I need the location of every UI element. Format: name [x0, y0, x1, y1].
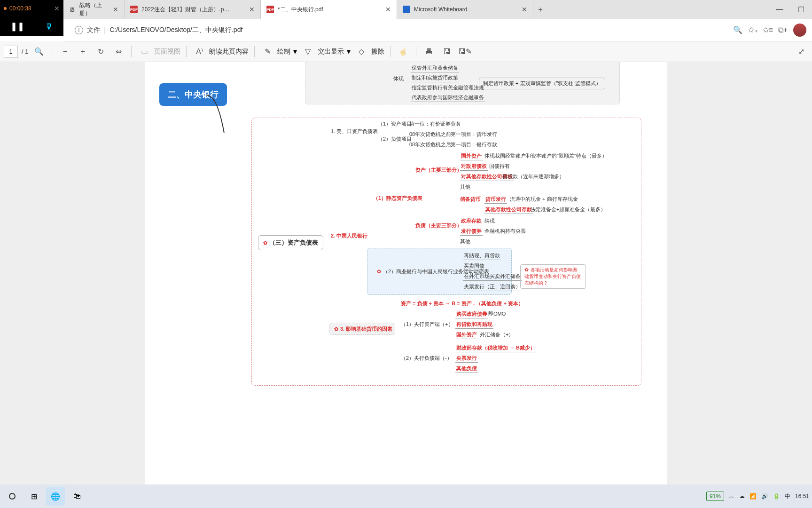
erase-button[interactable]: ◇ 擦除: [354, 45, 384, 59]
chevron-down-icon: ▾: [347, 47, 351, 56]
close-icon[interactable]: ✕: [113, 6, 118, 13]
recording-overlay: 00:00:38 ✕ ❚❚ 🎙: [0, 0, 63, 36]
fit-icon[interactable]: ⇔: [111, 45, 125, 59]
node-label: 对政府债权: [460, 163, 488, 171]
save-as-icon[interactable]: 🖫✎: [458, 45, 472, 59]
volume-icon[interactable]: 🔊: [761, 493, 768, 500]
tab-whiteboard[interactable]: Microsoft Whiteboard ✕: [397, 0, 533, 19]
node-label: 货币发行: [484, 196, 507, 204]
onedrive-icon[interactable]: ☁: [739, 493, 745, 500]
zoom-out-icon[interactable]: −: [58, 45, 72, 59]
battery-icon[interactable]: 🔋: [773, 493, 780, 500]
node-label: 负债（主要三部分）: [415, 222, 462, 229]
rotate-icon[interactable]: ↻: [94, 45, 108, 59]
node-label: 1. 美、日资产负债表: [331, 128, 378, 135]
close-icon[interactable]: ✕: [385, 6, 391, 13]
page-view-icon: ▭: [137, 45, 151, 59]
whiteboard-icon: [403, 6, 410, 13]
tab-caikuan[interactable]: PDF 2022注会【轻1】财管（上册）.p… ✕: [125, 0, 261, 19]
tab-central-bank[interactable]: PDF *二、中央银行.pdf ✕: [261, 0, 397, 19]
wifi-icon[interactable]: 📶: [750, 493, 757, 500]
ime-indicator[interactable]: 中: [785, 492, 790, 500]
close-icon[interactable]: ✕: [522, 6, 527, 13]
page-input[interactable]: [4, 46, 18, 58]
url-box[interactable]: i 文件 | C:/Users/LENOVO/Desktop/二、中央银行.pd…: [69, 22, 727, 38]
tab-label: 战略（上册）: [79, 1, 109, 17]
pdf-toolbar: / 1 🔍 − + ↻ ⇔ ▭ 页面视图 A⁾ 朗读此页内容 ✎ 绘制 ▾ ▽ …: [0, 41, 812, 62]
address-bar: i 文件 | C:/Users/LENOVO/Desktop/二、中央银行.pd…: [63, 19, 812, 41]
info-icon[interactable]: i: [75, 26, 83, 34]
node-label: 体现: [393, 75, 404, 82]
node-label: 流通中的现金 + 商行库存现金: [510, 196, 578, 203]
close-icon[interactable]: ✕: [249, 6, 255, 13]
rec-time: 00:00:38: [9, 5, 31, 12]
node-label: 再贴现、再贷款: [463, 252, 501, 260]
node-note: 制定货币政策 + 宏观审慎监管（"双支柱"监管模式）: [479, 78, 605, 89]
print-icon[interactable]: 🖶: [422, 45, 436, 59]
task-view-button[interactable]: ⊞: [24, 487, 43, 506]
tab-strategy[interactable]: 🖼 战略（上册） ✕: [63, 0, 125, 19]
node-label: 政府存款: [460, 217, 483, 225]
highlight-icon: ▽: [301, 45, 315, 59]
fullscreen-icon[interactable]: ⤢: [794, 45, 808, 59]
node-label: （2）负债项目: [378, 135, 412, 143]
favorite-icon[interactable]: ✩₊: [748, 25, 757, 35]
edge-button[interactable]: 🌐: [46, 487, 65, 506]
collections-icon[interactable]: ⧉+: [778, 25, 788, 35]
draw-button[interactable]: ✎ 绘制 ▾: [260, 45, 297, 59]
store-button[interactable]: 🛍: [68, 487, 86, 506]
mindmap-root: 二、中央银行: [159, 83, 227, 106]
read-icon: A⁾: [192, 45, 206, 59]
save-icon[interactable]: 🖫: [440, 45, 454, 59]
pause-icon[interactable]: ❚❚: [10, 21, 24, 32]
start-icon: [9, 493, 16, 500]
node-label: 保管外汇和黄金储备: [411, 64, 459, 72]
window-maximize[interactable]: ☐: [790, 0, 812, 19]
page-view-button[interactable]: ▭ 页面视图: [137, 45, 180, 59]
clock[interactable]: 16:51: [795, 493, 809, 500]
zoom-badge[interactable]: 91%: [706, 492, 724, 501]
node-note: 各项活动是如何影响基础货币变动和央行资产负债表结构的？: [520, 264, 586, 289]
taskbar: ⊞ 🌐 🛍 91% ︿ ☁ 📶 🔊 🔋 中 16:51: [0, 484, 812, 508]
node-label: 纳税: [484, 217, 495, 224]
touch-icon[interactable]: ☝: [396, 45, 410, 59]
node-label: 第一位：有价证券业务: [409, 120, 461, 127]
node-label: 财政部存款（税收增加 → B减少）: [455, 344, 536, 352]
profile-avatar[interactable]: [793, 24, 806, 37]
url-text: C:/Users/LENOVO/Desktop/二、中央银行.pdf: [109, 26, 242, 34]
sep: [131, 46, 132, 57]
chevron-down-icon: ▾: [293, 47, 297, 56]
favorites-bar-icon[interactable]: ✩≡: [763, 25, 773, 35]
node-label: 制定和实施货币政策: [411, 74, 459, 82]
tray-chevron-icon[interactable]: ︿: [729, 492, 734, 500]
zoom-out-icon[interactable]: 🔍: [733, 25, 742, 35]
sep: [254, 46, 255, 57]
highlight-button[interactable]: ▽ 突出显示 ▾: [301, 45, 351, 59]
start-button[interactable]: [3, 487, 22, 506]
pdf-viewport[interactable]: 二、中央银行 体现 保管外汇和黄金储备 制定和实施货币政策 指定监督执行有关金融…: [0, 62, 812, 484]
node-label: 3. 影响基础货币的因素: [334, 325, 392, 333]
node-label: （1）静态资产负债表: [373, 195, 422, 202]
node-label: 即OMO: [488, 310, 506, 318]
sep: [52, 46, 52, 57]
read-aloud-button[interactable]: A⁾ 朗读此页内容: [192, 45, 249, 59]
erase-icon: ◇: [354, 45, 368, 59]
zoom-in-icon[interactable]: +: [76, 45, 90, 59]
rec-close-icon[interactable]: ✕: [54, 5, 60, 12]
sep: [186, 46, 187, 57]
window-minimize[interactable]: —: [769, 0, 790, 19]
system-tray: 91% ︿ ☁ 📶 🔊 🔋 中 16:51: [706, 492, 809, 501]
node-label: 其他: [460, 183, 470, 190]
pen-icon: ✎: [260, 45, 274, 59]
node-label: 其他: [460, 238, 470, 245]
node-label: 2. 中国人民银行: [331, 232, 367, 239]
search-icon[interactable]: 🔍: [32, 45, 46, 59]
pdf-page: 二、中央银行 体现 保管外汇和黄金储备 制定和实施货币政策 指定监督执行有关金融…: [145, 62, 667, 484]
new-tab-button[interactable]: ＋: [533, 5, 547, 15]
node-label: 央票发行: [455, 355, 478, 363]
mic-icon[interactable]: 🎙: [45, 22, 53, 32]
node-label: 第一项目：银行存款: [451, 141, 497, 148]
node-label: （1）央行资产端（+）: [401, 321, 453, 328]
node-label: 买卖国债: [463, 262, 485, 270]
node-label: （1）资产项目: [378, 120, 412, 127]
